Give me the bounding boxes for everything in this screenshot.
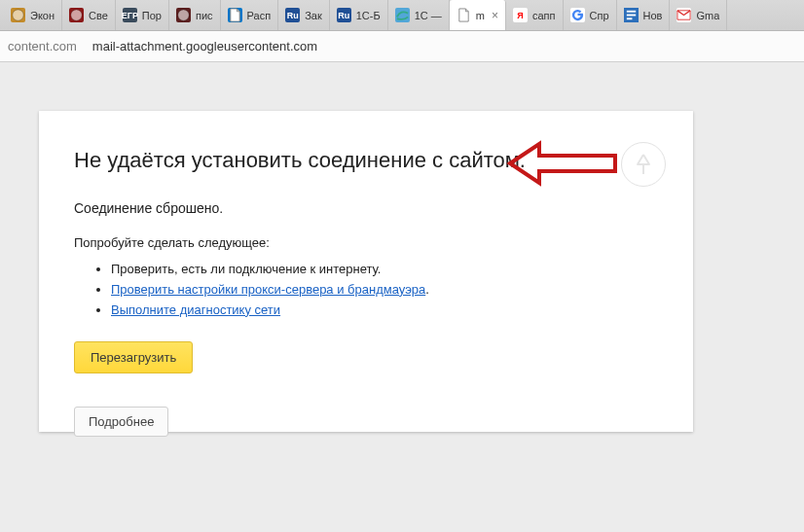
svg-point-2 (178, 10, 189, 20)
list-item: Выполните диагностику сети (111, 301, 658, 321)
tab-label: m (476, 10, 485, 21)
address-left: content.com (8, 39, 77, 53)
tab-5[interactable]: RuЗак (278, 0, 330, 30)
favicon-icon (176, 8, 191, 22)
favicon-icon (457, 8, 471, 22)
svg-rect-6 (626, 18, 632, 19)
tab-12[interactable]: Gma (670, 0, 727, 30)
svg-rect-5 (626, 15, 635, 17)
tab-label: Зак (305, 10, 322, 21)
favicon-icon: Я (513, 8, 528, 22)
tab-1[interactable]: Све (62, 0, 116, 30)
tab-label: Gma (696, 10, 719, 21)
tab-label: пис (196, 10, 213, 21)
tab-label: Нов (643, 10, 663, 21)
tab-4[interactable]: Расп (221, 0, 279, 30)
favicon-icon: Ru (285, 8, 300, 22)
svg-point-1 (71, 10, 82, 20)
page-area: Не удаётся установить соединение с сайто… (0, 62, 804, 532)
favicon-icon (11, 8, 25, 22)
tab-9[interactable]: Ясапп (506, 0, 564, 30)
tab-8[interactable]: m× (450, 0, 506, 30)
favicon-icon: Ru (337, 8, 351, 22)
tab-label: Расп (247, 10, 272, 21)
list-item: Проверить, есть ли подключение к интерне… (111, 260, 658, 280)
annotation-arrow-icon (506, 140, 619, 187)
tab-7[interactable]: 1С — (388, 0, 450, 30)
tab-label: Экон (30, 10, 55, 21)
details-button[interactable]: Подробнее (74, 407, 168, 437)
yandex-logo-icon (621, 142, 666, 187)
error-subtitle: Соединение сброшено. (74, 200, 658, 216)
suggestion-link[interactable]: Выполните диагностику сети (111, 302, 280, 317)
svg-rect-4 (626, 11, 635, 13)
reload-button[interactable]: Перезагрузить (74, 341, 193, 373)
svg-point-0 (13, 10, 23, 20)
tab-0[interactable]: Экон (4, 0, 62, 30)
favicon-icon (570, 8, 585, 22)
suggestion-link[interactable]: Проверить настройки прокси-сервера и бра… (111, 282, 425, 297)
favicon-icon (624, 8, 639, 22)
address-right: mail-attachment.googleusercontent.com (92, 39, 317, 53)
favicon-icon (228, 8, 242, 22)
tab-6[interactable]: Ru1С-Б (330, 0, 388, 30)
tab-3[interactable]: пис (169, 0, 221, 30)
error-suggestion-list: Проверить, есть ли подключение к интерне… (74, 260, 658, 320)
address-bar[interactable]: content.com mail-attachment.googleuserco… (0, 31, 804, 62)
tab-label: Све (89, 10, 108, 21)
favicon-icon (676, 8, 691, 22)
tab-11[interactable]: Нов (617, 0, 671, 30)
error-card: Не удаётся установить соединение с сайто… (39, 111, 693, 432)
favicon-icon (69, 8, 84, 22)
list-item: Проверить настройки прокси-сервера и бра… (111, 280, 658, 301)
tab-label: сапп (532, 10, 556, 21)
error-hint: Попробуйте сделать следующее: (74, 235, 658, 250)
tab-label: 1С-Б (356, 10, 381, 21)
tab-10[interactable]: Спр (564, 0, 617, 30)
tab-strip: ЭконСвеЕГРПорписРаспRuЗакRu1С-Б1С —m×Яса… (0, 0, 804, 31)
tab-label: Спр (590, 10, 609, 21)
favicon-icon: ЕГР (123, 8, 137, 22)
tab-2[interactable]: ЕГРПор (116, 0, 169, 30)
close-icon[interactable]: × (490, 9, 498, 22)
tab-label: Пор (142, 10, 162, 21)
tab-label: 1С — (415, 10, 442, 21)
favicon-icon (395, 8, 410, 22)
